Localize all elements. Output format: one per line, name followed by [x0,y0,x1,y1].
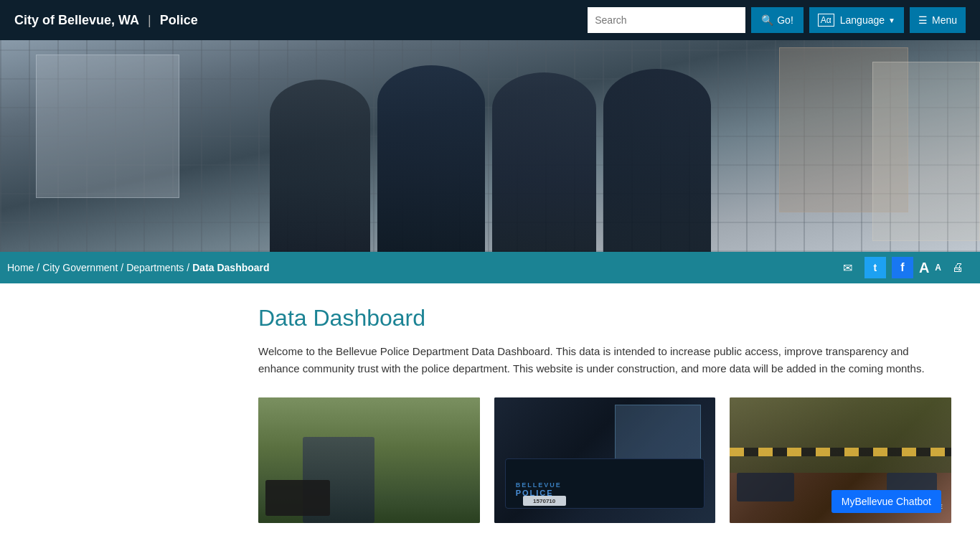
page-description: Welcome to the Bellevue Police Departmen… [258,343,940,377]
twitter-share-button[interactable]: t [864,257,886,278]
hero-banner [0,40,980,252]
page-title: Data Dashboard [258,305,951,331]
facebook-share-button[interactable]: f [892,257,913,278]
search-input[interactable] [588,7,745,33]
department-name: Police [160,13,198,28]
language-button[interactable]: Aα Language ▼ [809,7,904,33]
font-increase-button[interactable]: A [919,260,929,276]
search-icon: 🔍 [761,14,773,26]
header-controls: 🔍 Go! Aα Language ▼ ☰ Menu [588,7,966,33]
search-button[interactable]: 🔍 Go! [751,7,804,33]
breadcrumb: Home / City Government / Departments / D… [7,262,270,273]
breadcrumb-city-government[interactable]: City Government [42,262,118,273]
breadcrumb-home[interactable]: Home [7,262,34,273]
breadcrumb-departments[interactable]: Departments [126,262,184,273]
image-grid: BELLEVUE POLICE 1570710 POLICE MyBellevu… [258,397,951,523]
language-dropdown-arrow: ▼ [888,17,895,24]
email-icon: ✉ [843,261,852,275]
image-motorcycle[interactable] [258,397,480,523]
header-divider: | [148,13,151,28]
image-crime-scene[interactable]: POLICE MyBellevue Chatbot [730,397,951,523]
breadcrumb-current: Data Dashboard [192,262,269,273]
email-share-button[interactable]: ✉ [837,257,859,278]
hamburger-icon: ☰ [918,14,928,26]
police-tape [730,448,951,456]
breadcrumb-sep-1: / [37,262,39,273]
chatbot-button[interactable]: MyBellevue Chatbot [831,490,941,513]
main-content: Data Dashboard Welcome to the Bellevue P… [0,283,980,551]
twitter-icon: t [874,262,877,273]
breadcrumb-sep-3: / [187,262,189,273]
image-police-vehicle[interactable]: BELLEVUE POLICE 1570710 [494,397,716,523]
print-icon: 🖨 [952,261,963,274]
language-icon: Aα [818,14,834,27]
print-button[interactable]: 🖨 [947,257,969,278]
breadcrumb-sep-2: / [121,262,123,273]
header-branding: City of Bellevue, WA | Police [14,13,198,28]
breadcrumb-bar: Home / City Government / Departments / D… [0,252,980,283]
font-decrease-button[interactable]: A [935,263,941,273]
menu-button[interactable]: ☰ Menu [910,7,966,33]
city-name: City of Bellevue, WA [14,13,139,28]
facebook-icon: f [900,261,904,274]
breadcrumb-actions: ✉ t f A A 🖨 [837,257,969,278]
site-header: City of Bellevue, WA | Police 🔍 Go! Aα L… [0,0,980,40]
